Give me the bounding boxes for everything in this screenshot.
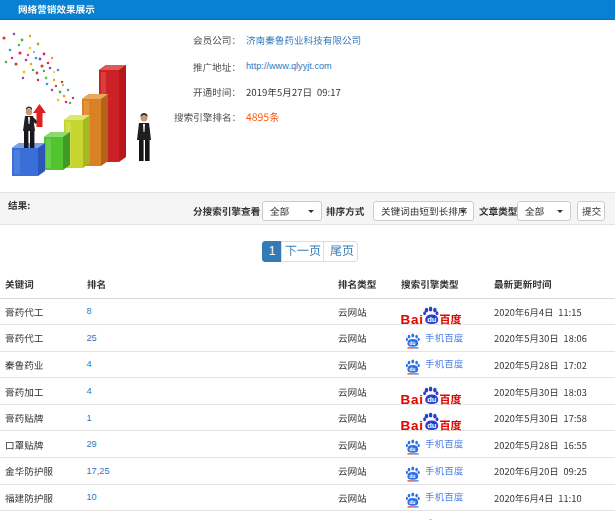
svg-text:du: du — [409, 499, 415, 505]
svg-text:Bai: Bai — [401, 391, 424, 405]
svg-text:Bai: Bai — [401, 418, 424, 432]
svg-text:Bai: Bai — [401, 311, 424, 325]
svg-text:du: du — [427, 315, 437, 324]
svg-text:du: du — [409, 340, 415, 346]
svg-text:du: du — [427, 421, 437, 430]
svg-text:du: du — [409, 473, 415, 479]
svg-text:du: du — [409, 366, 415, 372]
svg-text:du: du — [427, 395, 437, 404]
svg-text:du: du — [409, 446, 415, 452]
